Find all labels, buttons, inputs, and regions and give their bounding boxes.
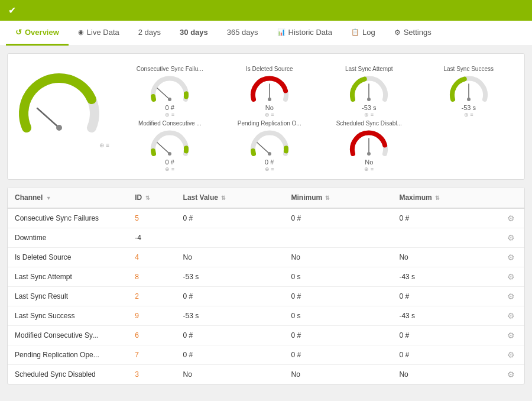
cell-actions[interactable]: ⚙ bbox=[500, 365, 524, 384]
tab-log[interactable]: 📋 Log bbox=[342, 21, 385, 46]
id-sort-icon: ⇅ bbox=[145, 195, 150, 201]
cell-id: 5 bbox=[128, 208, 176, 228]
row-settings-icon[interactable]: ⚙ bbox=[507, 233, 515, 242]
tab-historicdata[interactable]: 📊 Historic Data bbox=[268, 21, 342, 46]
row-settings-icon[interactable]: ⚙ bbox=[507, 350, 515, 360]
cell-maximum: 0 # bbox=[392, 345, 500, 365]
row-settings-icon[interactable]: ⚙ bbox=[507, 311, 515, 321]
cell-maximum bbox=[392, 228, 500, 248]
tab-livedata[interactable]: ◉ Live Data bbox=[69, 21, 129, 46]
col-header-lastvalue[interactable]: Last Value ⇅ bbox=[176, 187, 284, 208]
tab-settings[interactable]: ⚙ Settings bbox=[385, 21, 441, 46]
cell-id: 6 bbox=[128, 326, 176, 345]
svg-point-13 bbox=[268, 152, 271, 156]
cell-channel: Modified Consecutive Sy... bbox=[8, 326, 128, 345]
cell-channel: Pending Replication Ope... bbox=[8, 345, 128, 365]
mini-gauge-syncattempt-svg bbox=[348, 73, 390, 103]
table-row: Last Sync Result 2 0 # 0 # 0 # ⚙ bbox=[8, 287, 524, 306]
row-settings-icon[interactable]: ⚙ bbox=[507, 370, 515, 379]
tab-overview[interactable]: ↺ Overview bbox=[6, 21, 69, 46]
channel-sort-icon: ▼ bbox=[46, 195, 51, 201]
mini-gauges-grid: Consecutive Sync Failu... 0 # ⊕ ≡ Is Del… bbox=[121, 66, 517, 172]
row-settings-icon[interactable]: ⚙ bbox=[507, 214, 515, 223]
cell-id: 4 bbox=[128, 248, 176, 267]
cell-lastvalue: -53 s bbox=[176, 306, 284, 326]
cell-id: 3 bbox=[128, 365, 176, 384]
cell-maximum: 0 # bbox=[392, 326, 500, 345]
mini-gauge-deleted-svg bbox=[249, 73, 290, 103]
cell-actions[interactable]: ⚙ bbox=[500, 287, 524, 306]
cell-actions[interactable]: ⚙ bbox=[500, 208, 524, 228]
col-header-id[interactable]: ID ⇅ bbox=[128, 187, 176, 208]
cell-minimum: 0 # bbox=[284, 287, 392, 306]
cell-actions[interactable]: ⚙ bbox=[500, 326, 524, 345]
mini-gauge-deleted-value: No bbox=[265, 104, 274, 111]
row-settings-icon[interactable]: ⚙ bbox=[507, 331, 515, 340]
mini-gauge-syncsuccess-label: Last Sync Success bbox=[444, 66, 494, 72]
cell-id: 2 bbox=[128, 287, 176, 306]
col-header-maximum[interactable]: Maximum ⇅ bbox=[392, 187, 500, 208]
cell-actions[interactable]: ⚙ bbox=[500, 306, 524, 326]
row-settings-icon[interactable]: ⚙ bbox=[507, 272, 515, 282]
mini-gauge-pendingrepl-controls[interactable]: ⊕ ≡ bbox=[265, 166, 274, 172]
mini-gauge-scheduledsync-value: No bbox=[365, 159, 373, 166]
cell-actions[interactable]: ⚙ bbox=[500, 248, 524, 267]
mini-gauge-syncattempt: Last Sync Attempt -53 s ⊕ ≡ bbox=[320, 66, 418, 118]
channels-table: Channel ▼ ID ⇅ Last Value ⇅ Minimum ⇅ Ma… bbox=[8, 187, 524, 384]
cell-actions[interactable]: ⚙ bbox=[500, 345, 524, 365]
row-settings-icon[interactable]: ⚙ bbox=[507, 253, 515, 262]
cell-channel: Scheduled Sync Disabled bbox=[8, 365, 128, 384]
tab-365days[interactable]: 365 days bbox=[218, 21, 268, 46]
cell-maximum: 0 # bbox=[392, 208, 500, 228]
mini-gauge-scheduledsync-controls[interactable]: ⊕ ≡ bbox=[364, 166, 374, 172]
svg-line-2 bbox=[157, 88, 170, 99]
cell-id: 7 bbox=[128, 345, 176, 365]
cell-minimum: No bbox=[284, 248, 392, 267]
header-title-block bbox=[20, 7, 31, 15]
cell-maximum: 0 # bbox=[392, 287, 500, 306]
col-header-minimum[interactable]: Minimum ⇅ bbox=[284, 187, 392, 208]
page-header: ✔ bbox=[0, 0, 532, 21]
col-header-channel[interactable]: Channel ▼ bbox=[8, 187, 128, 208]
mini-gauge-modifiedconsec-label: Modified Consecutive ... bbox=[138, 120, 202, 127]
maximum-sort-icon: ⇅ bbox=[435, 195, 440, 201]
tab-livedata-label: Live Data bbox=[87, 28, 119, 37]
tab-2days[interactable]: 2 days bbox=[129, 21, 170, 46]
cell-lastvalue: 0 # bbox=[176, 326, 284, 345]
mini-gauge-syncattempt-controls[interactable]: ⊕ ≡ bbox=[364, 112, 374, 118]
mini-gauge-syncsuccess-controls[interactable]: ⊕ ≡ bbox=[464, 112, 473, 118]
cell-actions[interactable]: ⚙ bbox=[500, 267, 524, 287]
svg-point-5 bbox=[268, 98, 271, 101]
mini-gauge-deleted-controls[interactable]: ⊕ ≡ bbox=[265, 112, 274, 118]
cell-channel: Consecutive Sync Failures bbox=[8, 208, 128, 228]
mini-gauge-syncattempt-label: Last Sync Attempt bbox=[345, 66, 393, 72]
cell-channel: Downtime bbox=[8, 228, 128, 248]
table-panel: Channel ▼ ID ⇅ Last Value ⇅ Minimum ⇅ Ma… bbox=[7, 187, 525, 384]
table-row: Downtime -4 ⚙ bbox=[8, 228, 524, 248]
gauge-panel: ⊕ ≡ Consecutive Sync Failu... 0 # ⊕ ≡ bbox=[7, 53, 525, 180]
table-row: Scheduled Sync Disabled 3 No No No ⚙ bbox=[8, 365, 524, 384]
mini-gauge-modifiedconsec-controls[interactable]: ⊕ ≡ bbox=[165, 166, 174, 172]
cell-minimum bbox=[284, 228, 392, 248]
cell-actions[interactable]: ⚙ bbox=[500, 228, 524, 248]
tab-2days-label: 2 days bbox=[138, 28, 161, 37]
row-settings-icon[interactable]: ⚙ bbox=[507, 292, 515, 301]
tab-historicdata-label: Historic Data bbox=[288, 28, 332, 37]
svg-point-1 bbox=[56, 125, 62, 131]
cell-lastvalue: No bbox=[176, 248, 284, 267]
table-row: Last Sync Attempt 8 -53 s 0 s -43 s ⚙ bbox=[8, 267, 524, 287]
mini-gauge-consecutive: Consecutive Sync Failu... 0 # ⊕ ≡ bbox=[121, 66, 219, 118]
cell-channel: Last Sync Result bbox=[8, 287, 128, 306]
minimum-sort-icon: ⇅ bbox=[325, 195, 330, 201]
overview-icon: ↺ bbox=[15, 28, 22, 37]
main-gauge-controls[interactable]: ⊕ ≡ bbox=[15, 142, 109, 148]
svg-line-12 bbox=[257, 143, 270, 154]
main-gauge-svg bbox=[15, 66, 103, 137]
tab-30days[interactable]: 30 days bbox=[170, 21, 218, 46]
lastvalue-sort-icon: ⇅ bbox=[221, 195, 226, 201]
mini-gauge-scheduledsync-svg bbox=[348, 128, 390, 157]
main-content: ⊕ ≡ Consecutive Sync Failu... 0 # ⊕ ≡ bbox=[0, 46, 532, 392]
mini-gauge-consecutive-controls[interactable]: ⊕ ≡ bbox=[165, 112, 174, 118]
cell-id: -4 bbox=[128, 228, 176, 248]
mini-gauge-deleted: Is Deleted Source No ⊕ ≡ bbox=[221, 66, 319, 118]
